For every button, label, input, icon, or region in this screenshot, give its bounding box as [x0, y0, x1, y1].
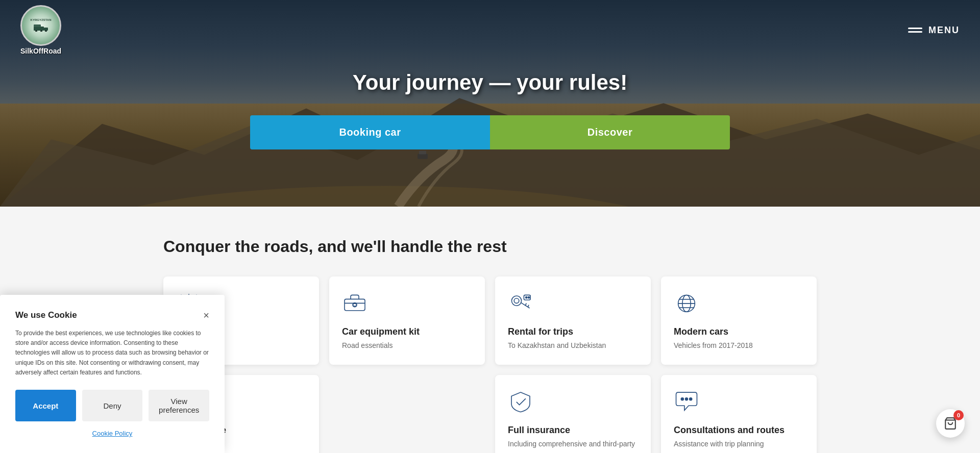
navbar: KYRGYZSTAN SilkOffRoad: [0, 0, 980, 60]
card-equipment-subtitle: Road essentials: [342, 341, 472, 349]
logo-brand-text: SilkOffRoad: [20, 47, 61, 55]
globe-icon: [674, 292, 699, 317]
hero-content: Your journey — your rules! Booking car D…: [250, 70, 730, 149]
svg-line-22: [528, 305, 529, 307]
cards-grid-row1: Since 2013 Car equipment kit Road essent…: [163, 276, 817, 365]
cookie-policy-link[interactable]: Cookie Policy: [92, 430, 133, 437]
card-empty-slot: [329, 375, 485, 453]
card-modern-subtitle: Vehicles from 2017-2018: [674, 341, 804, 349]
cards-grid-row2: e departure Your car trip Full insurance…: [163, 375, 817, 453]
cookie-header: We use Cookie ×: [15, 310, 209, 320]
key-icon: [508, 292, 533, 317]
svg-rect-14: [345, 299, 365, 310]
hero-title: Your journey — your rules!: [250, 70, 730, 95]
shield-icon: [508, 390, 533, 416]
card-consultations-title: Consultations and routes: [674, 425, 804, 436]
logo-circle: KYRGYZSTAN: [20, 5, 61, 46]
logo[interactable]: KYRGYZSTAN SilkOffRoad: [20, 5, 61, 55]
svg-rect-17: [353, 304, 356, 306]
card-modern: Modern cars Vehicles from 2017-2018: [661, 276, 817, 365]
cookie-body-text: To provide the best experiences, we use …: [15, 329, 209, 377]
card-insurance-subtitle: Including comprehensive and third-party: [508, 440, 638, 448]
logo-brand-inner: [31, 21, 52, 33]
card-rental-title: Rental for trips: [508, 326, 638, 337]
card-consultations-subtitle: Assistance with trip planning: [674, 440, 804, 448]
booking-car-button[interactable]: Booking car: [250, 115, 490, 149]
cookie-policy-link-wrap: Cookie Policy: [15, 429, 209, 438]
menu-line-2: [908, 31, 922, 33]
svg-point-25: [528, 297, 529, 298]
svg-point-24: [526, 297, 527, 298]
menu-line-1: [908, 28, 922, 29]
logo-truck-icon: [33, 21, 49, 32]
menu-icon: [908, 28, 922, 33]
card-equipment-title: Car equipment kit: [342, 326, 472, 337]
card-insurance: Full insurance Including comprehensive a…: [495, 375, 651, 453]
menu-button[interactable]: MENU: [908, 25, 960, 36]
svg-line-21: [526, 303, 527, 305]
svg-point-18: [511, 296, 521, 306]
hero-section: KYRGYZSTAN SilkOffRoad: [0, 0, 980, 207]
card-modern-title: Modern cars: [674, 326, 804, 337]
cookie-buttons: Accept Deny View preferences: [15, 390, 209, 421]
card-equipment: Car equipment kit Road essentials: [329, 276, 485, 365]
cookie-title: We use Cookie: [15, 310, 77, 320]
card-insurance-title: Full insurance: [508, 425, 638, 436]
cart-widget[interactable]: 0: [936, 409, 965, 438]
card-rental-subtitle: To Kazakhstan and Uzbekistan: [508, 341, 638, 349]
svg-point-35: [690, 398, 692, 400]
svg-point-34: [685, 398, 688, 400]
svg-point-33: [681, 398, 683, 400]
svg-rect-6: [34, 24, 41, 27]
accept-button[interactable]: Accept: [15, 390, 76, 421]
section-title: Conquer the roads, and we'll handle the …: [163, 237, 817, 256]
view-preferences-button[interactable]: View preferences: [149, 390, 209, 421]
cart-badge: 0: [953, 410, 964, 420]
cookie-close-button[interactable]: ×: [203, 310, 209, 320]
menu-label: MENU: [928, 25, 960, 36]
card-rental: Rental for trips To Kazakhstan and Uzbek…: [495, 276, 651, 365]
hero-buttons: Booking car Discover: [250, 115, 730, 149]
svg-point-19: [514, 298, 519, 304]
deny-button[interactable]: Deny: [82, 390, 143, 421]
svg-rect-5: [34, 27, 44, 31]
cookie-banner: We use Cookie × To provide the best expe…: [0, 295, 225, 453]
chat-icon: [674, 390, 699, 416]
card-consultations: Consultations and routes Assistance with…: [661, 375, 817, 453]
discover-button[interactable]: Discover: [490, 115, 730, 149]
briefcase-icon: [342, 292, 368, 317]
